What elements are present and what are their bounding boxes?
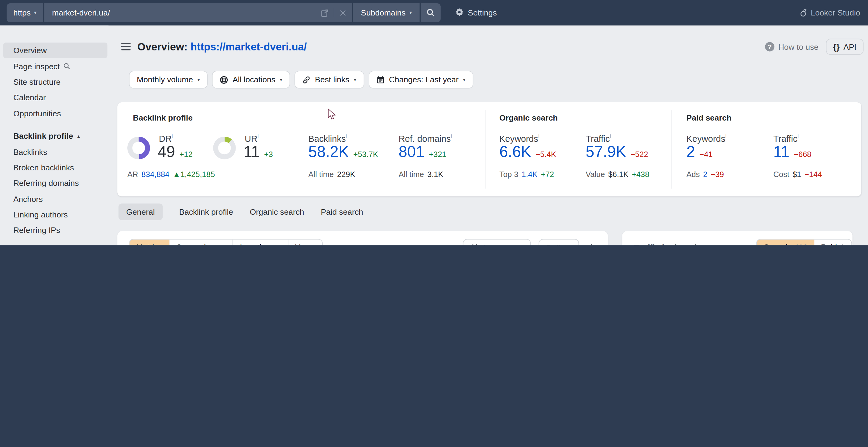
tab-backlink-profile[interactable]: Backlink profile [179, 203, 233, 220]
section-divider [671, 110, 672, 188]
collapse-sidebar-icon[interactable] [121, 43, 131, 50]
volume-mode-dropdown[interactable]: Monthly volume▾ [129, 71, 208, 89]
segment-label: Locations [240, 243, 274, 245]
info-icon[interactable]: i [610, 133, 611, 139]
sidebar-item-referring-ips[interactable]: Referring IPs [3, 222, 107, 238]
open-external-icon[interactable] [321, 8, 329, 17]
paid-keywords-value[interactable]: 2−41 [687, 143, 713, 161]
toggle-label: Paid [821, 243, 837, 245]
sidebar-item-backlinks[interactable]: Backlinks [3, 144, 107, 160]
sidebar-section-backlink-profile[interactable]: Backlink profile▲ [3, 128, 107, 144]
segment-locations[interactable]: Locations▾ [234, 240, 288, 245]
date-range-label: Last year [483, 243, 516, 245]
ref-domains-label: Ref. domainsi [398, 133, 452, 144]
segment-years[interactable]: Years [288, 240, 322, 245]
sidebar-item-label: Linking authors [13, 210, 68, 219]
sidebar-item-label: Referring domains [13, 179, 79, 188]
sidebar-item-anchors[interactable]: Anchors [3, 191, 107, 207]
ref-domains-value[interactable]: 801+321 [398, 143, 446, 161]
chevron-down-icon: ▾ [409, 10, 412, 15]
sidebar-item-linking-authors[interactable]: Linking authors [3, 207, 107, 222]
organic-traffic-value[interactable]: 57.9K−522 [586, 143, 648, 161]
sidebar-item-calendar[interactable]: Calendar [3, 90, 107, 105]
organic-keywords-value[interactable]: 6.6K−5.4K [499, 143, 556, 161]
ahrefs-rank-value[interactable]: 834,884 [141, 170, 169, 178]
organic-traffic-label: Traffici [586, 133, 611, 144]
more-options-kebab-icon[interactable]: ⋮ [587, 245, 596, 245]
tab-general[interactable]: General [119, 203, 163, 220]
paid-traffic-label: Traffici [773, 133, 799, 144]
sidebar-item-label: Anchors [13, 195, 43, 203]
info-icon[interactable]: i [451, 133, 452, 139]
volume-mode-label: Monthly volume [137, 75, 193, 84]
question-circle-icon: ? [765, 42, 774, 51]
chart-mode-segmented-control: Metrics Competitors▾ Locations▾ Years [129, 239, 322, 245]
toggle-count: 1 [840, 243, 845, 245]
backlinks-alltime: All time229K [308, 170, 355, 178]
sidebar-item-referring-domains[interactable]: Referring domains [3, 175, 107, 191]
traffic-by-location-title: Traffic by location [634, 243, 708, 245]
mode-dropdown[interactable]: Subdomains ▾ [353, 3, 420, 22]
info-icon[interactable]: i [538, 133, 539, 139]
changes-period-dropdown[interactable]: Changes: Last year▾ [368, 71, 473, 89]
overview-tabs: General Backlink profile Organic search … [119, 203, 363, 220]
target-url-input[interactable]: market-dveri.ua/ [44, 3, 352, 22]
api-button[interactable]: {} API [826, 39, 864, 55]
info-icon[interactable]: i [725, 133, 727, 139]
paid-keywords-delta: −41 [700, 150, 713, 159]
ur-delta: +3 [264, 150, 273, 159]
sidebar-item-opportunities[interactable]: Opportunities [3, 105, 107, 121]
overview-stats-card: Backlink profile DRi 49+12 URi 11+3 AR 8… [117, 102, 861, 197]
sidebar-item-page-inspect[interactable]: Page inspect [3, 58, 107, 74]
filter-toolbar: Monthly volume▾ All locations▾ Best link… [129, 71, 473, 89]
ahrefs-site-explorer-window: https ▾ market-dveri.ua/ Subdomains ▾ [0, 0, 868, 245]
how-to-use-button[interactable]: ? How to use [765, 42, 818, 51]
chevron-down-icon: ▾ [279, 244, 281, 245]
traffic-value-line: Value$6.1K+438 [586, 170, 649, 178]
looker-studio-button[interactable]: Looker Studio [799, 8, 860, 17]
sidebar-item-broken-backlinks[interactable]: Broken backlinks [3, 160, 107, 175]
sidebar-item-label: Referring IPs [13, 226, 60, 235]
page-title: Overview: https://market-dveri.ua/ [137, 41, 307, 53]
magnifier-icon [63, 63, 70, 70]
date-range-dropdown[interactable]: Last year▾ [463, 239, 531, 245]
target-domain-link[interactable]: https://market-dveri.ua/ [191, 41, 307, 53]
tab-paid-search[interactable]: Paid search [321, 203, 363, 220]
segment-competitors[interactable]: Competitors▾ [169, 240, 234, 245]
granularity-dropdown[interactable]: Daily▾ [539, 239, 579, 245]
info-icon[interactable]: i [798, 133, 799, 139]
sidebar-item-label: Overview [13, 46, 47, 55]
sidebar-item-overview[interactable]: Overview [3, 42, 107, 58]
toggle-paid[interactable]: Paid1 [814, 240, 851, 245]
locations-filter-dropdown[interactable]: All locations▾ [212, 71, 290, 89]
dr-value: 49+12 [158, 143, 193, 161]
mode-label: Subdomains [361, 8, 406, 17]
paid-keywords-label: Keywordsi [687, 133, 727, 144]
backlinks-value[interactable]: 58.2K+53.7K [308, 143, 378, 161]
best-links-dropdown[interactable]: Best links▾ [294, 71, 364, 89]
segment-metrics[interactable]: Metrics [129, 240, 169, 245]
divider [334, 8, 334, 17]
search-button[interactable] [421, 3, 441, 22]
sidebar-item-site-structure[interactable]: Site structure [3, 74, 107, 90]
settings-button[interactable]: Settings [455, 8, 497, 17]
toggle-organic[interactable]: Organic116 [757, 240, 814, 245]
protocol-dropdown[interactable]: https ▾ [7, 3, 43, 22]
chevron-down-icon: ▾ [354, 77, 356, 82]
section-divider [485, 110, 486, 188]
info-icon[interactable]: i [172, 133, 173, 139]
paid-traffic-value[interactable]: 11−668 [773, 143, 811, 161]
paid-search-section-title: Paid search [687, 113, 732, 122]
organic-keywords-label: Keywordsi [499, 133, 539, 144]
ahrefs-rank-delta: ▲1,425,185 [173, 170, 215, 178]
clear-input-icon[interactable] [339, 9, 346, 16]
tab-organic-search[interactable]: Organic search [250, 203, 304, 220]
info-icon[interactable]: i [257, 133, 259, 139]
api-label: API [843, 42, 857, 51]
ref-domains-delta: +321 [429, 150, 446, 159]
toggle-label: Organic [764, 243, 792, 245]
target-input-group: https ▾ market-dveri.ua/ Subdomains ▾ [7, 3, 441, 22]
backlinks-delta: +53.7K [353, 150, 378, 159]
info-icon[interactable]: i [346, 133, 347, 139]
sidebar-item-label: Backlinks [13, 147, 48, 156]
